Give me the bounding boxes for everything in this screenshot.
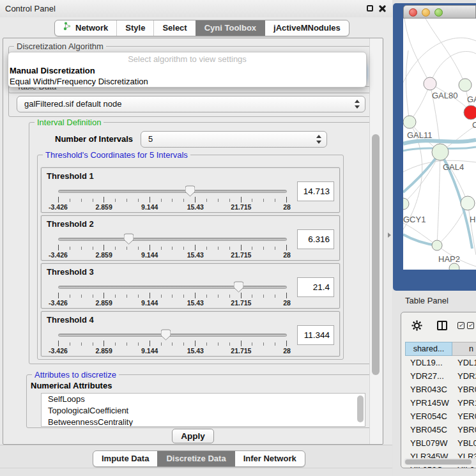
threshold-label: Threshold 1 xyxy=(47,171,94,181)
slider-thumb-icon[interactable] xyxy=(124,233,134,245)
network-node[interactable] xyxy=(449,263,459,270)
list-item[interactable]: SelfLoops xyxy=(42,394,365,405)
threshold-panel: Threshold 2 -3.4262.8599.14415.4321.7152… xyxy=(41,215,340,261)
slider-ticks xyxy=(58,341,287,346)
column-header-name[interactable]: n xyxy=(452,342,476,356)
slider-tick-labels: -3.4262.8599.14415.4321.71528 xyxy=(58,251,287,259)
scrollbar-thumb[interactable] xyxy=(405,459,472,464)
tab-style[interactable]: Style xyxy=(116,20,153,36)
node-label: GAL11 xyxy=(407,130,433,140)
slider-track[interactable] xyxy=(58,190,287,193)
thresholds-group: Threshold's Coordinates for 5 Intervals … xyxy=(37,155,344,360)
threshold-value-field[interactable]: 14.713 xyxy=(297,181,334,201)
slider-ticks xyxy=(58,197,287,203)
tab-discretize-data[interactable]: Discretize Data xyxy=(157,451,234,466)
threshold-slider: -3.4262.8599.14415.4321.71528 xyxy=(58,330,287,357)
group-title: Interval Definition xyxy=(35,118,104,127)
group-title: Discretization Algorithm xyxy=(14,42,106,51)
list-item[interactable]: BetweennessCentrality xyxy=(42,417,365,427)
node-label: HAP2 xyxy=(438,254,460,264)
table-row[interactable]: YBL079WYBL0 xyxy=(405,436,476,450)
table-row[interactable]: YER054CYER0 xyxy=(405,410,476,423)
threshold-panel: Threshold 3 -3.4262.8599.14415.4321.7152… xyxy=(41,263,340,309)
slider-thumb-icon[interactable] xyxy=(185,185,195,197)
slider-thumb-icon[interactable] xyxy=(161,329,171,341)
tab-cyni-toolbox[interactable]: Cyni Toolbox xyxy=(196,20,265,36)
window-minimize-icon[interactable] xyxy=(422,8,430,17)
apply-button[interactable]: Apply xyxy=(172,429,214,443)
table-data-group: Table Data galFiltered.sif default node xyxy=(8,86,371,117)
tab-network[interactable]: Network xyxy=(55,20,116,36)
dropdown-prompt: Select algorithm to view settings xyxy=(8,54,366,66)
threshold-slider: -3.4262.8599.14415.4321.71528 xyxy=(58,186,287,213)
network-node[interactable] xyxy=(464,105,476,119)
threshold-label: Threshold 4 xyxy=(47,315,94,325)
table-horizontal-scrollbar[interactable] xyxy=(404,458,476,465)
slider-ticks xyxy=(58,245,287,250)
table-row[interactable]: YDL19...YDL1 xyxy=(405,356,476,369)
slider-tick-labels: -3.4262.8599.14415.4321.71528 xyxy=(58,347,287,355)
divider xyxy=(0,468,392,468)
window-zoom-icon[interactable] xyxy=(434,8,443,17)
panel-scrollbar-thumb[interactable] xyxy=(372,134,380,375)
network-window-titlebar[interactable] xyxy=(403,5,476,19)
network-node[interactable] xyxy=(424,77,436,90)
threshold-value-field[interactable]: 6.316 xyxy=(297,229,334,249)
tab-impute-data[interactable]: Impute Data xyxy=(93,451,157,466)
network-node[interactable] xyxy=(432,144,449,160)
node-label: GA xyxy=(467,95,476,104)
network-node[interactable] xyxy=(403,116,416,128)
tab-infer-network[interactable]: Infer Network xyxy=(234,451,305,466)
table-panel-title: Table Panel xyxy=(405,296,449,305)
node-table: shared... n YDL19...YDL1 YDR27...YDR2 YB… xyxy=(405,342,476,468)
tab-select[interactable]: Select xyxy=(153,20,195,36)
threshold-slider: -3.4262.8599.14415.4321.71528 xyxy=(58,282,287,309)
interval-definition-group: Interval Definition Number of Intervals … xyxy=(29,122,371,364)
network-icon xyxy=(63,20,72,36)
threshold-value-field[interactable]: 21.4 xyxy=(297,277,334,297)
table-row[interactable]: YPR145WYPR1 xyxy=(405,396,476,410)
slider-tick-labels: -3.4262.8599.14415.4321.71528 xyxy=(58,203,287,211)
network-view-window: GAL80GAGAL11CGAL4GCY1HHAP2 xyxy=(393,3,476,291)
slider-tick-labels: -3.4262.8599.14415.4321.71528 xyxy=(58,299,287,307)
table-row[interactable]: YDR27...YDR2 xyxy=(405,369,476,383)
dropdown-item-manual-discretization[interactable]: Manual Discretization xyxy=(8,66,366,77)
network-canvas[interactable]: GAL80GAGAL11CGAL4GCY1HHAP2 xyxy=(403,19,476,270)
tab-jactivemnodules[interactable]: jActiveMNodules xyxy=(265,20,349,36)
close-icon[interactable] xyxy=(379,5,386,12)
table-data-combo[interactable]: galFiltered.sif default node xyxy=(17,96,365,112)
table-header-row: shared... n xyxy=(405,342,476,356)
slider-track[interactable] xyxy=(58,286,287,289)
threshold-panel: Threshold 4 -3.4262.8599.14415.4321.7152… xyxy=(41,311,340,357)
number-of-intervals-label: Number of Intervals xyxy=(55,134,133,144)
threshold-value-field[interactable]: 11.344 xyxy=(297,325,334,345)
slider-track[interactable] xyxy=(58,238,287,241)
numerical-attributes-label: Numerical Attributes xyxy=(31,381,112,390)
number-of-intervals-combo[interactable]: 5 xyxy=(141,131,327,148)
control-panel-footer: Impute Data Discretize Data Infer Networ… xyxy=(0,445,392,476)
bottom-tab-strip: Impute Data Discretize Data Infer Networ… xyxy=(93,450,305,467)
splitter-arrow-icon[interactable] xyxy=(388,233,391,238)
window-close-icon[interactable] xyxy=(409,8,417,17)
network-node[interactable] xyxy=(459,79,472,91)
slider-track[interactable] xyxy=(58,334,287,337)
split-columns-icon[interactable] xyxy=(437,321,447,330)
column-header-shared-name[interactable]: shared... xyxy=(405,342,452,356)
network-node[interactable] xyxy=(403,198,409,210)
gear-icon[interactable] xyxy=(411,320,422,334)
list-scrollbar[interactable] xyxy=(357,395,364,422)
combo-stepper-icon xyxy=(355,100,360,109)
float-window-icon[interactable] xyxy=(367,5,373,12)
threshold-label: Threshold 3 xyxy=(47,267,94,277)
table-row[interactable]: YBR043CYBR0 xyxy=(405,383,476,396)
network-node[interactable] xyxy=(461,196,475,210)
checkbox-icon[interactable]: ✓ xyxy=(457,322,464,329)
combo-value: galFiltered.sif default node xyxy=(24,99,121,109)
slider-thumb-icon[interactable] xyxy=(234,281,243,293)
table-row[interactable]: YBR045CYBR0 xyxy=(405,423,476,436)
list-item[interactable]: TopologicalCoefficient xyxy=(42,405,365,417)
dropdown-item-equal-width-frequency[interactable]: Equal Width/Frequency Discretization xyxy=(8,77,366,88)
group-title: Threshold's Coordinates for 5 Intervals xyxy=(43,150,190,160)
network-node[interactable] xyxy=(432,240,442,250)
checkbox-icon[interactable]: ✓ xyxy=(467,322,474,329)
